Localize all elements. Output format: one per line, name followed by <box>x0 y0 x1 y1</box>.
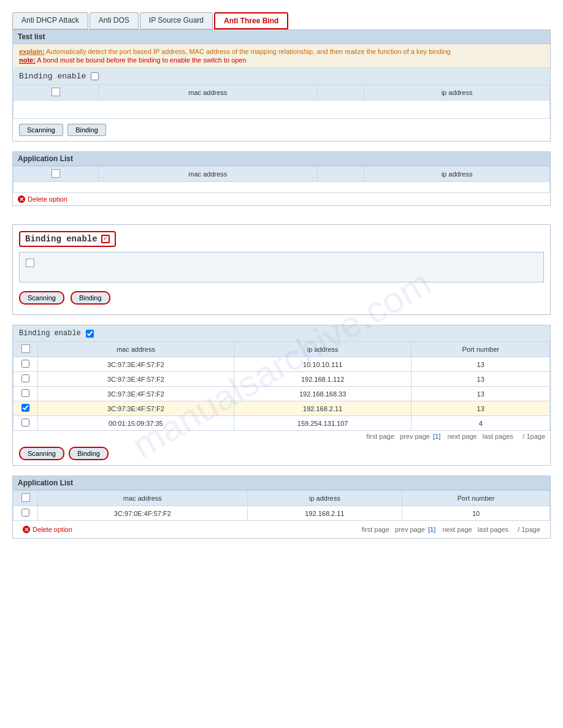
th-app-mac-lower: mac address <box>38 491 248 506</box>
app-list-title-lower: Application List <box>13 476 550 490</box>
tab-anti-three-bind[interactable]: Anti Three Bind <box>214 12 288 29</box>
pagination-app: first page prev page [1] next page last … <box>357 524 545 535</box>
button-row-upper: Scanning Binding <box>13 119 550 141</box>
row-port: 4 <box>412 416 550 431</box>
delete-option-label-lower: Delete option <box>33 526 72 533</box>
test-list-box: Test list explain: Automatically detect … <box>12 29 551 142</box>
th-lower-mac: mac address <box>38 342 234 357</box>
app-row-check-cell <box>13 506 38 521</box>
row-ip: 192.168.2.11 <box>234 401 412 416</box>
app-select-all-upper[interactable] <box>52 169 60 178</box>
th-ip-upper: ip address <box>364 85 550 100</box>
row-mac: 00:01:15:09:37:35 <box>38 416 234 431</box>
binding-enable-checked-zoom[interactable] <box>101 235 110 243</box>
tab-navigation: Anti DHCP Attack Anti DOS IP Source Guar… <box>12 12 551 29</box>
row-checkbox[interactable] <box>21 360 29 368</box>
binding-button-upper[interactable]: Binding <box>67 124 106 136</box>
test-list-label: Test list <box>18 32 45 41</box>
delete-option-upper[interactable]: ✕ Delete option <box>13 193 550 205</box>
th-app-check-upper <box>13 167 99 182</box>
row-check-cell <box>13 357 38 372</box>
app-row-mac: 3C:97:0E:4F:57:F2 <box>38 506 248 521</box>
tab-anti-dhcp[interactable]: Anti DHCP Attack <box>12 12 88 29</box>
row-checkbox[interactable] <box>21 404 29 412</box>
tab-ip-source-guard[interactable]: IP Source Guard <box>140 12 213 29</box>
app-row-ip: 192.168.2.11 <box>247 506 402 521</box>
th-lower-ip: ip address <box>234 342 412 357</box>
scanning-button-lower[interactable]: Scanning <box>19 447 64 460</box>
binding-button-lower[interactable]: Binding <box>69 447 109 460</box>
delete-icon-lower: ✕ <box>23 526 30 533</box>
binding-enable-checkbox[interactable] <box>91 72 99 80</box>
th-app-port-lower: Port number <box>402 491 550 506</box>
explain-label: explain: <box>19 48 45 55</box>
app-select-all-lower[interactable] <box>21 493 30 502</box>
table-row: 3C:97:3E:4F:57:F2 10.10.10.111 13 <box>13 357 550 372</box>
app-page-1-link[interactable]: [1] <box>428 526 435 533</box>
binding-enable-zoom-label: Binding enable <box>25 234 98 244</box>
button-row-lower: Scanning Binding <box>13 442 550 465</box>
upper-section: Test list explain: Automatically detect … <box>12 29 551 206</box>
app-list-title-upper: Application List <box>13 152 550 166</box>
th-check-upper <box>13 85 99 100</box>
binding-enable-lower-label: Binding enable <box>19 329 81 338</box>
binding-enable-checkbox-lower[interactable] <box>86 330 94 338</box>
app-list-box-upper: Application List mac address ip address <box>12 151 551 206</box>
note-text: note: A bond must be bound before the bi… <box>19 56 544 64</box>
lower-section: Binding enable Scanning Binding Binding … <box>12 224 551 539</box>
app-list-label-upper: Application List <box>18 154 73 163</box>
row-port: 13 <box>412 372 550 387</box>
row-mac: 3C:97:3E:4F:57:F2 <box>38 357 234 372</box>
binding-enable-row-lower: Binding enable <box>13 325 550 341</box>
th-mac-upper: mac address <box>98 85 318 100</box>
scanning-button-upper[interactable]: Scanning <box>19 124 63 136</box>
row-port: 13 <box>412 401 550 416</box>
zoom-button-row: Scanning Binding <box>19 287 544 308</box>
row-checkbox[interactable] <box>21 374 29 382</box>
note-content: A bond must be bound before the binding … <box>37 56 246 64</box>
row-ip: 159.254.131.107 <box>234 416 412 431</box>
binding-enable-zoom-box: Binding enable Scanning Binding <box>12 224 551 315</box>
app-row-checkbox[interactable] <box>21 509 29 517</box>
app-list-label-lower: Application List <box>18 479 73 487</box>
th-empty-upper <box>318 85 364 100</box>
explain-content: Automatically detect the port based IP a… <box>46 48 451 55</box>
row-checkbox[interactable] <box>21 419 29 427</box>
binding-enable-row: Binding enable <box>13 68 550 85</box>
row-port: 13 <box>412 357 550 372</box>
binding-button-zoom[interactable]: Binding <box>71 291 110 305</box>
scanning-button-zoom[interactable]: Scanning <box>19 291 64 305</box>
delete-option-label-upper: Delete option <box>28 195 67 203</box>
th-lower-port: Port number <box>412 342 550 357</box>
scan-table-upper: mac address ip address <box>13 85 550 119</box>
inner-checkbox[interactable] <box>26 259 34 267</box>
row-check-cell <box>13 387 38 401</box>
inner-table-area <box>19 252 544 282</box>
scan-table-lower: mac address ip address Port number 3C:97… <box>13 341 550 431</box>
table-row: 3C:97:3E:4F:57:F2 192.168.1.112 13 <box>13 372 550 387</box>
binding-enable-label: Binding enable <box>19 72 86 81</box>
th-app-empty-upper <box>318 167 364 182</box>
select-all-checkbox-upper[interactable] <box>52 88 60 96</box>
table-row: 3C:97:3E:4F:57:F2 192.168.2.11 13 <box>13 401 550 416</box>
select-all-lower[interactable] <box>21 344 30 353</box>
tab-anti-dos[interactable]: Anti DOS <box>90 12 139 29</box>
binding-enable-section-lower: Binding enable mac address ip address Po… <box>12 325 551 466</box>
table-row: 3C:97:3E:4F:57:F2 192.168.168.33 13 <box>13 387 550 401</box>
row-checkbox[interactable] <box>21 389 29 397</box>
row-mac: 3C:97:3E:4F:57:F2 <box>38 387 234 401</box>
row-ip: 10.10.10.111 <box>234 357 412 372</box>
row-check-cell <box>13 416 38 431</box>
delete-icon-upper: ✕ <box>18 195 25 203</box>
info-box: explain: Automatically detect the port b… <box>13 44 550 68</box>
row-mac: 3C:97:3E:4F:57:F2 <box>38 372 234 387</box>
page-1-link[interactable]: [1] <box>433 433 440 440</box>
row-check-cell <box>13 401 38 416</box>
th-app-ip-upper: ip address <box>364 167 550 182</box>
pagination-scan-text: first page prev page [1] next page last … <box>367 433 545 440</box>
delete-option-lower[interactable]: ✕ Delete option <box>18 523 77 536</box>
row-check-cell <box>13 372 38 387</box>
app-table-lower: mac address ip address Port number 3C:97… <box>13 490 550 521</box>
th-lower-check <box>13 342 38 357</box>
explain-text: explain: Automatically detect the port b… <box>19 48 544 55</box>
